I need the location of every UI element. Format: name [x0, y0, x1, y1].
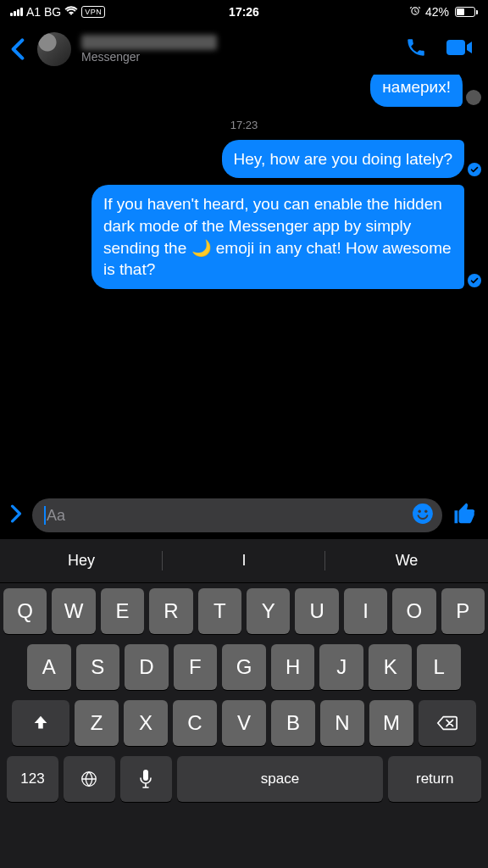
- shift-key[interactable]: [12, 700, 69, 746]
- status-left: A1 BG VPN: [10, 5, 105, 19]
- message-bubble[interactable]: Hey, how are you doing lately?: [222, 140, 464, 179]
- key-row-bottom: 123 space return: [3, 756, 485, 807]
- key-g[interactable]: G: [222, 644, 266, 690]
- key-e[interactable]: E: [101, 588, 144, 634]
- key-row-1: Q W E R T Y U I O P: [3, 588, 485, 634]
- message-row: намерих!: [7, 75, 481, 107]
- delivered-icon: [468, 274, 481, 287]
- carrier-label: A1 BG: [26, 5, 61, 19]
- key-k[interactable]: K: [369, 644, 413, 690]
- message-row: Hey, how are you doing lately?: [7, 140, 481, 179]
- emoji-picker-button[interactable]: [412, 503, 434, 528]
- keyboard: Hey I We Q W E R T Y U I O P A S D F G H…: [0, 539, 488, 868]
- key-i[interactable]: I: [344, 588, 387, 634]
- key-v[interactable]: V: [222, 700, 266, 746]
- key-row-2: A S D F G H J K L: [3, 644, 485, 690]
- suggestion[interactable]: I: [163, 539, 325, 582]
- key-w[interactable]: W: [52, 588, 95, 634]
- chat-scroll[interactable]: намерих! 17:23 Hey, how are you doing la…: [0, 75, 488, 491]
- suggestion-bar: Hey I We: [0, 539, 488, 583]
- key-l[interactable]: L: [417, 644, 461, 690]
- battery-pct: 42%: [425, 5, 449, 19]
- key-d[interactable]: D: [125, 644, 169, 690]
- key-q[interactable]: Q: [3, 588, 47, 634]
- key-j[interactable]: J: [319, 644, 363, 690]
- suggestion[interactable]: Hey: [0, 539, 163, 582]
- battery-icon: [453, 7, 478, 17]
- key-t[interactable]: T: [198, 588, 241, 634]
- key-x[interactable]: X: [124, 700, 168, 746]
- key-c[interactable]: C: [173, 700, 217, 746]
- contact-info[interactable]: Messenger: [81, 35, 395, 64]
- backspace-key[interactable]: [419, 700, 476, 746]
- contact-avatar[interactable]: [37, 32, 71, 66]
- space-key[interactable]: space: [177, 756, 384, 802]
- call-button[interactable]: [405, 36, 427, 62]
- svg-point-3: [413, 504, 433, 524]
- message-composer: Aa: [0, 492, 488, 539]
- message-bubble[interactable]: намерих!: [370, 75, 463, 107]
- expand-composer-button[interactable]: [10, 504, 22, 527]
- alarm-icon: [409, 5, 421, 19]
- svg-point-5: [424, 510, 427, 513]
- key-a[interactable]: A: [27, 644, 71, 690]
- message-bubble[interactable]: If you haven't heard, you can enable the…: [92, 185, 464, 289]
- chat-header: Messenger: [0, 24, 488, 75]
- delivered-icon: [468, 163, 481, 176]
- message-input[interactable]: Aa: [32, 498, 442, 532]
- key-b[interactable]: B: [271, 700, 315, 746]
- svg-rect-7: [143, 770, 148, 781]
- status-bar: A1 BG VPN 17:26 42%: [0, 0, 488, 24]
- suggestion[interactable]: We: [325, 539, 488, 582]
- video-call-button[interactable]: [446, 37, 473, 61]
- signal-icon: [10, 8, 23, 16]
- key-z[interactable]: Z: [75, 700, 119, 746]
- contact-name: [81, 35, 217, 50]
- message-placeholder: Aa: [47, 507, 412, 525]
- read-receipt-avatar: [466, 90, 481, 105]
- message-row: If you haven't heard, you can enable the…: [7, 185, 481, 289]
- wifi-icon: [64, 5, 78, 19]
- key-h[interactable]: H: [271, 644, 315, 690]
- status-right: 42%: [409, 5, 478, 19]
- svg-rect-0: [446, 40, 465, 55]
- key-u[interactable]: U: [295, 588, 338, 634]
- back-button[interactable]: [8, 35, 27, 64]
- svg-point-4: [418, 510, 420, 513]
- key-n[interactable]: N: [320, 700, 364, 746]
- key-row-3: Z X C V B N M: [3, 700, 485, 746]
- key-s[interactable]: S: [76, 644, 120, 690]
- key-y[interactable]: Y: [247, 588, 290, 634]
- key-f[interactable]: F: [174, 644, 218, 690]
- key-p[interactable]: P: [441, 588, 485, 634]
- numbers-key[interactable]: 123: [7, 756, 58, 802]
- vpn-badge: VPN: [81, 6, 105, 18]
- chat-timestamp: 17:23: [7, 119, 481, 131]
- globe-key[interactable]: [64, 756, 115, 802]
- contact-subtitle: Messenger: [81, 50, 395, 64]
- text-caret: [44, 506, 46, 525]
- key-o[interactable]: O: [392, 588, 435, 634]
- status-time: 17:26: [229, 5, 259, 19]
- dictation-key[interactable]: [120, 756, 172, 802]
- key-m[interactable]: M: [369, 700, 413, 746]
- key-r[interactable]: R: [149, 588, 192, 634]
- return-key[interactable]: return: [388, 756, 481, 802]
- thumbs-up-button[interactable]: [452, 501, 478, 530]
